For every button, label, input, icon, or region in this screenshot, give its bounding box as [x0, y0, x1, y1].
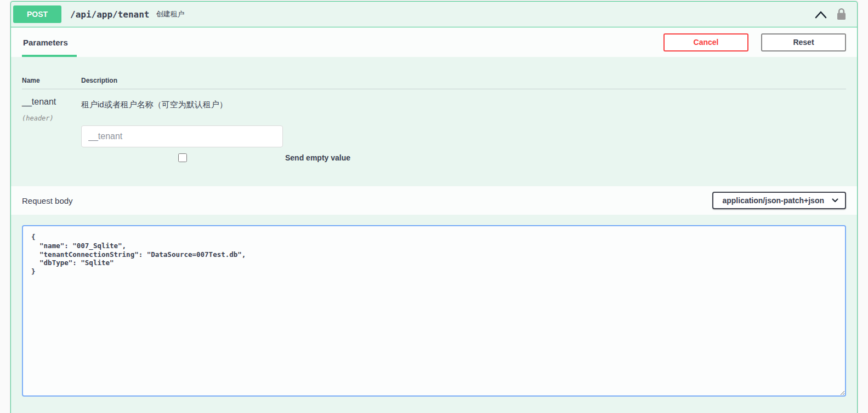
- content-type-value: application/json-patch+json: [722, 196, 824, 205]
- api-endpoint-card: POST /api/app/tenant 创建租户 Parameters Can…: [10, 1, 858, 413]
- reset-button[interactable]: Reset: [761, 33, 846, 51]
- request-body-textarea[interactable]: { "name": "007_Sqlite", "tenantConnectio…: [22, 225, 846, 397]
- parameters-section-header: Parameters Cancel Reset: [11, 27, 857, 57]
- request-body-section-header: Request body application/json-patch+json: [11, 186, 857, 215]
- parameters-table: Name Description __tenant (header) 租户id或…: [11, 57, 857, 186]
- send-empty-value-label: Send empty value: [285, 153, 350, 162]
- endpoint-summary[interactable]: POST /api/app/tenant 创建租户: [11, 2, 857, 27]
- endpoint-path: /api/app/tenant: [70, 9, 150, 20]
- parameters-tab-label: Parameters: [23, 38, 68, 47]
- column-header-description: Description: [81, 77, 846, 84]
- column-header-name: Name: [22, 77, 81, 84]
- chevron-down-icon: [832, 198, 838, 203]
- cancel-button[interactable]: Cancel: [663, 33, 748, 51]
- send-empty-value-checkbox[interactable]: [178, 153, 187, 162]
- parameter-row: __tenant (header) 租户id或者租户名称（可空为默认租户） Se…: [22, 89, 846, 162]
- parameter-name: __tenant: [22, 97, 81, 107]
- request-body-editor-area: { "name": "007_Sqlite", "tenantConnectio…: [11, 215, 857, 410]
- http-method-badge: POST: [13, 5, 61, 23]
- unlocked-padlock-icon[interactable]: [836, 7, 847, 21]
- parameter-description: 租户id或者租户名称（可空为默认租户）: [81, 97, 846, 110]
- endpoint-description: 创建租户: [156, 9, 185, 19]
- content-type-select[interactable]: application/json-patch+json: [712, 192, 846, 209]
- parameters-table-header: Name Description: [22, 77, 846, 89]
- tab-parameters[interactable]: Parameters: [22, 27, 77, 57]
- tenant-parameter-input[interactable]: [81, 125, 283, 147]
- parameter-location: (header): [22, 114, 81, 122]
- request-body-title: Request body: [22, 196, 73, 205]
- send-empty-value-row: Send empty value: [81, 153, 846, 162]
- chevron-up-icon[interactable]: [815, 10, 827, 19]
